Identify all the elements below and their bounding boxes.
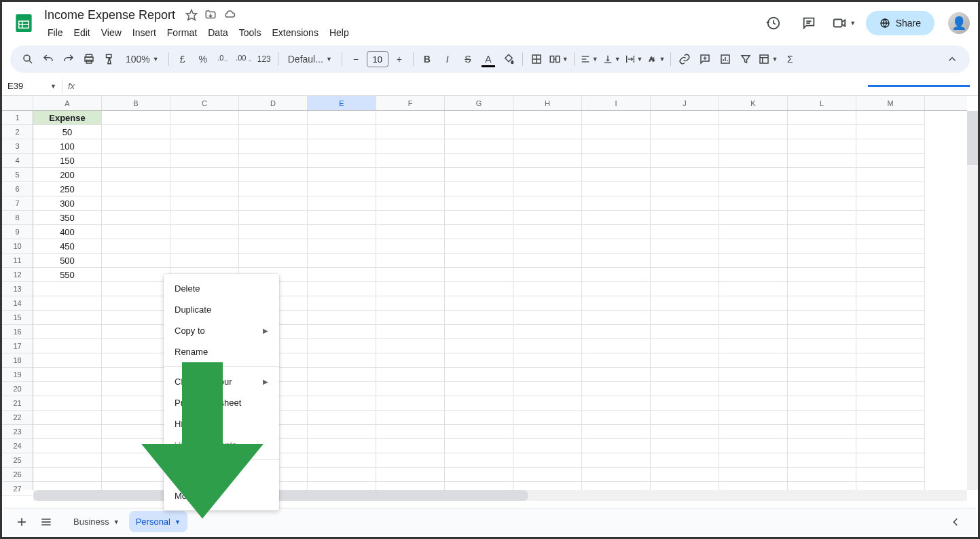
cell-E26[interactable]	[308, 468, 376, 482]
ctx-move-left[interactable]: Move left	[164, 485, 279, 506]
cell-K25[interactable]	[719, 453, 788, 468]
borders-button[interactable]	[527, 50, 546, 69]
cell-H19[interactable]	[513, 368, 582, 382]
cell-C10[interactable]	[170, 239, 239, 254]
cell-E14[interactable]	[308, 296, 376, 311]
cell-M26[interactable]	[856, 468, 925, 482]
cell-A14[interactable]	[33, 296, 102, 311]
cell-B13[interactable]	[102, 282, 170, 296]
cell-M7[interactable]	[856, 196, 925, 211]
cell-L8[interactable]	[788, 211, 856, 225]
cell-G14[interactable]	[445, 296, 513, 311]
sheet-tab-business[interactable]: Business▼	[67, 511, 126, 532]
cell-E3[interactable]	[308, 139, 376, 154]
column-header-G[interactable]: G	[445, 96, 513, 110]
cell-F23[interactable]	[376, 425, 445, 439]
format-123-button[interactable]: 123	[255, 50, 274, 69]
cell-I8[interactable]	[582, 211, 651, 225]
cell-E12[interactable]	[308, 268, 376, 282]
ctx-hide-sheet[interactable]: Hide sheet	[164, 413, 279, 434]
cell-E11[interactable]	[308, 254, 376, 268]
cell-G21[interactable]	[445, 396, 513, 411]
row-header-14[interactable]: 14	[2, 296, 33, 311]
search-icon[interactable]	[18, 50, 37, 69]
insert-comment-button[interactable]	[695, 50, 714, 69]
ctx-duplicate[interactable]: Duplicate	[164, 299, 279, 320]
history-icon[interactable]	[760, 10, 787, 37]
cell-A23[interactable]	[33, 425, 102, 439]
insert-chart-button[interactable]	[716, 50, 735, 69]
cell-M12[interactable]	[856, 268, 925, 282]
cell-G18[interactable]	[445, 353, 513, 368]
cell-L12[interactable]	[788, 268, 856, 282]
cell-F19[interactable]	[376, 368, 445, 382]
column-header-B[interactable]: B	[102, 96, 170, 110]
cell-A17[interactable]	[33, 339, 102, 353]
cell-H7[interactable]	[513, 196, 582, 211]
cell-E15[interactable]	[308, 311, 376, 325]
cell-G16[interactable]	[445, 325, 513, 339]
cell-I3[interactable]	[582, 139, 651, 154]
cell-A3[interactable]: 100	[33, 139, 102, 154]
cell-J10[interactable]	[651, 239, 719, 254]
ctx-protect-the-sheet[interactable]: Protect the sheet	[164, 392, 279, 413]
cell-L11[interactable]	[788, 254, 856, 268]
cell-I22[interactable]	[582, 411, 651, 425]
cell-M14[interactable]	[856, 296, 925, 311]
cell-L17[interactable]	[788, 339, 856, 353]
cell-K23[interactable]	[719, 425, 788, 439]
cell-D1[interactable]	[239, 111, 308, 125]
cell-B9[interactable]	[102, 225, 170, 239]
comments-icon[interactable]	[795, 10, 822, 37]
cell-I4[interactable]	[582, 154, 651, 168]
cell-I11[interactable]	[582, 254, 651, 268]
cell-B4[interactable]	[102, 154, 170, 168]
menu-file[interactable]: File	[43, 24, 68, 41]
cell-M4[interactable]	[856, 154, 925, 168]
cell-G8[interactable]	[445, 211, 513, 225]
cell-B8[interactable]	[102, 211, 170, 225]
row-header-16[interactable]: 16	[2, 325, 33, 339]
decrease-decimal-button[interactable]: .0←	[214, 50, 233, 69]
cell-I23[interactable]	[582, 425, 651, 439]
cell-J5[interactable]	[651, 168, 719, 182]
column-header-I[interactable]: I	[582, 96, 651, 110]
cell-A7[interactable]: 300	[33, 196, 102, 211]
cell-H21[interactable]	[513, 396, 582, 411]
fill-color-button[interactable]	[499, 50, 518, 69]
cell-C2[interactable]	[170, 125, 239, 139]
row-header-19[interactable]: 19	[2, 368, 33, 382]
cell-F8[interactable]	[376, 211, 445, 225]
cell-A10[interactable]: 450	[33, 239, 102, 254]
cell-F26[interactable]	[376, 468, 445, 482]
cell-F22[interactable]	[376, 411, 445, 425]
cell-G23[interactable]	[445, 425, 513, 439]
cell-A24[interactable]	[33, 439, 102, 453]
cell-I19[interactable]	[582, 368, 651, 382]
cell-A5[interactable]: 200	[33, 168, 102, 182]
cell-F25[interactable]	[376, 453, 445, 468]
cell-B22[interactable]	[102, 411, 170, 425]
user-avatar[interactable]: 👤	[948, 12, 970, 34]
cell-F12[interactable]	[376, 268, 445, 282]
merge-cells-button[interactable]: ▼	[547, 50, 570, 69]
cell-D7[interactable]	[239, 196, 308, 211]
cell-J9[interactable]	[651, 225, 719, 239]
cell-G13[interactable]	[445, 282, 513, 296]
cell-H22[interactable]	[513, 411, 582, 425]
cell-B17[interactable]	[102, 339, 170, 353]
cell-M19[interactable]	[856, 368, 925, 382]
cell-I17[interactable]	[582, 339, 651, 353]
cell-L5[interactable]	[788, 168, 856, 182]
filter-button[interactable]	[736, 50, 755, 69]
cell-M3[interactable]	[856, 139, 925, 154]
explore-button[interactable]	[946, 510, 970, 534]
cell-B7[interactable]	[102, 196, 170, 211]
cell-B16[interactable]	[102, 325, 170, 339]
cell-J12[interactable]	[651, 268, 719, 282]
cell-J4[interactable]	[651, 154, 719, 168]
cell-F11[interactable]	[376, 254, 445, 268]
cell-A11[interactable]: 500	[33, 254, 102, 268]
cell-I1[interactable]	[582, 111, 651, 125]
cell-G9[interactable]	[445, 225, 513, 239]
